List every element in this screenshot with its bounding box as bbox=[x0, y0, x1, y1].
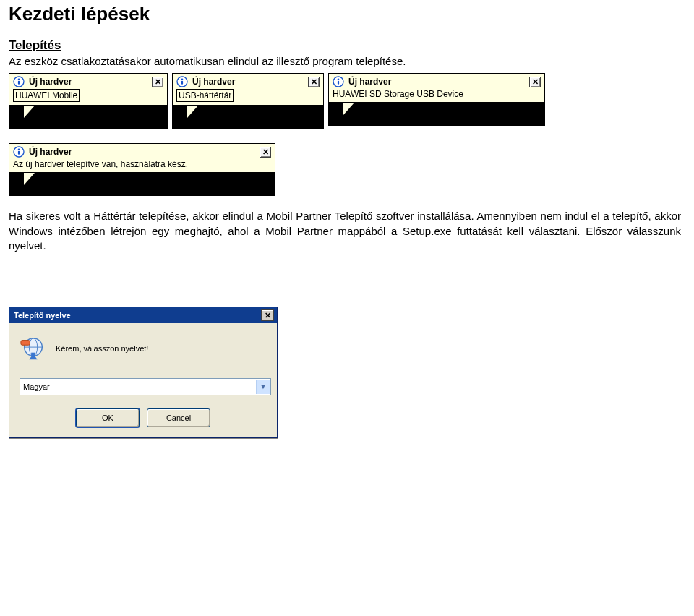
installer-language-dialog: Telepítő nyelve ✕ Kérem, válasszon nyelv… bbox=[9, 307, 278, 438]
svg-point-4 bbox=[181, 79, 183, 80]
hw-notification-2-body: USB-háttértár bbox=[176, 89, 234, 102]
hw-notification-1: Új hardver ✕ HUAWEI Mobile bbox=[9, 73, 168, 129]
hw-notification-2-title: Új hardver bbox=[192, 77, 235, 87]
paragraph-install-explain: Ha sikeres volt a Háttértár telepítése, … bbox=[9, 209, 681, 253]
installer-icon bbox=[20, 335, 47, 362]
info-icon bbox=[176, 76, 188, 87]
section-install-paragraph: Az eszköz csatlakoztatásakor automatikus… bbox=[9, 54, 687, 69]
hw-notification-3-body: HUAWEI SD Storage USB Device bbox=[333, 89, 541, 99]
svg-point-1 bbox=[18, 79, 20, 80]
info-icon bbox=[333, 76, 344, 87]
language-select-value: Magyar bbox=[23, 382, 50, 391]
svg-rect-16 bbox=[31, 353, 35, 357]
info-icon bbox=[13, 146, 25, 158]
dialog-prompt: Kérem, válasszon nyelvet! bbox=[56, 344, 148, 353]
hw-notification-4-body: Az új hardver telepítve van, használatra… bbox=[13, 159, 271, 169]
dialog-title: Telepítő nyelve bbox=[14, 311, 71, 320]
svg-rect-11 bbox=[18, 151, 20, 155]
section-install-title: Telepítés bbox=[9, 38, 687, 53]
close-icon[interactable]: ✕ bbox=[260, 147, 271, 158]
close-icon[interactable]: ✕ bbox=[529, 77, 541, 87]
svg-rect-2 bbox=[18, 81, 20, 85]
language-select[interactable]: Magyar ▼ bbox=[20, 378, 271, 395]
close-icon[interactable]: ✕ bbox=[308, 77, 320, 87]
hw-notification-4: Új hardver ✕ Az új hardver telepítve van… bbox=[9, 143, 275, 196]
svg-point-7 bbox=[338, 79, 339, 80]
hw-notification-1-body: HUAWEI Mobile bbox=[13, 89, 80, 102]
hw-notification-4-title: Új hardver bbox=[29, 147, 72, 157]
info-icon bbox=[13, 76, 25, 87]
svg-rect-17 bbox=[21, 341, 30, 346]
cancel-button[interactable]: Cancel bbox=[147, 408, 210, 427]
hw-notification-1-title: Új hardver bbox=[29, 77, 72, 87]
hw-notification-3-title: Új hardver bbox=[348, 77, 391, 87]
hw-notification-3: Új hardver ✕ HUAWEI SD Storage USB Devic… bbox=[328, 73, 545, 129]
svg-rect-8 bbox=[338, 81, 339, 85]
hw-notification-2: Új hardver ✕ USB-háttértár bbox=[172, 73, 324, 129]
close-icon[interactable]: ✕ bbox=[152, 77, 163, 87]
page-title: Kezdeti lépések bbox=[9, 3, 687, 25]
svg-point-10 bbox=[18, 149, 20, 150]
svg-rect-5 bbox=[181, 81, 183, 85]
chevron-down-icon[interactable]: ▼ bbox=[256, 380, 270, 394]
close-icon[interactable]: ✕ bbox=[261, 309, 274, 321]
ok-button[interactable]: OK bbox=[76, 408, 140, 427]
